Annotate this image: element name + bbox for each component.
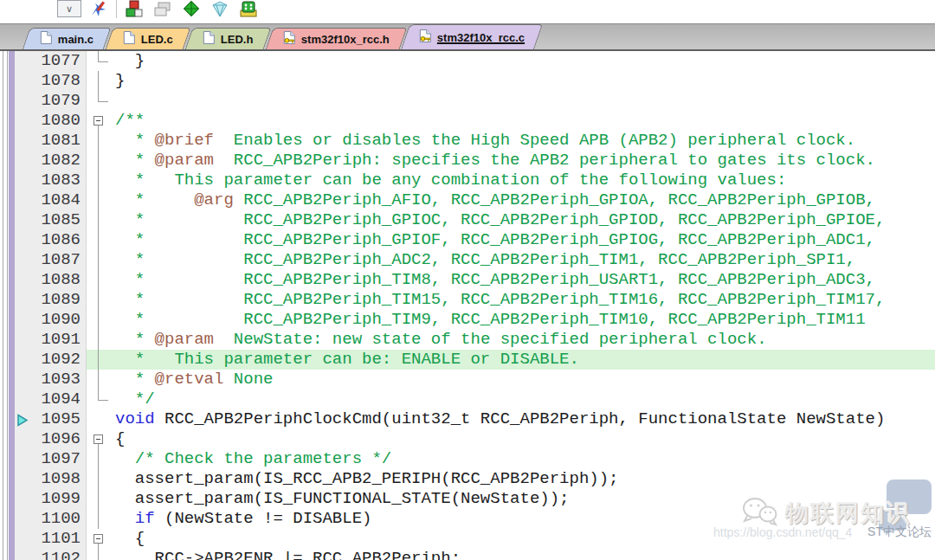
code-text[interactable]: /* Check the parameters */ xyxy=(115,449,935,469)
gem-funnel-icon[interactable] xyxy=(209,0,231,20)
code-line-1088: 1088 * RCC_APB2Periph_TIM8, RCC_APB2Peri… xyxy=(15,270,935,290)
fold-margin xyxy=(87,330,115,350)
code-text[interactable]: * @brief Enables or disables the High Sp… xyxy=(115,131,935,151)
tab-main.c[interactable]: main.c xyxy=(23,28,112,49)
line-number-text: 1093 xyxy=(41,370,81,389)
line-number: 1102 xyxy=(15,549,87,560)
code-text[interactable]: * This parameter can be any combination … xyxy=(115,171,935,190)
fold-margin xyxy=(87,370,115,389)
code-text[interactable]: assert_param(IS_FUNCTIONAL_STATE(NewStat… xyxy=(115,489,935,509)
fold-toggle-icon[interactable] xyxy=(94,434,103,444)
code-text[interactable]: */ xyxy=(115,389,935,409)
fold-margin xyxy=(87,230,115,250)
code-text[interactable]: /** xyxy=(115,111,935,131)
line-number-text: 1096 xyxy=(41,429,81,448)
tab-stm32f10x_rcc.c[interactable]: stm32f10x_rcc.c xyxy=(401,24,543,49)
line-number: 1097 xyxy=(15,449,87,469)
green-diamond-icon[interactable] xyxy=(180,0,203,20)
code-text[interactable]: void RCC_APB2PeriphClockCmd(uint32_t RCC… xyxy=(115,409,935,429)
code-text[interactable]: * @param RCC_APB2Periph: specifies the A… xyxy=(115,151,935,171)
line-number: 1077 xyxy=(15,51,87,71)
code-line-1089: 1089 * RCC_APB2Periph_TIM15, RCC_APB2Per… xyxy=(15,290,935,310)
code-line-1100: 1100 if (NewState != DISABLE) xyxy=(15,509,935,529)
code-line-1080: 1080/** xyxy=(15,111,935,131)
code-text[interactable]: { xyxy=(115,529,935,549)
tab-label: stm32f10x_rcc.c xyxy=(436,31,524,44)
code-text[interactable]: * This parameter can be: ENABLE or DISAB… xyxy=(115,350,935,370)
fold-margin xyxy=(87,469,115,489)
line-number-text: 1082 xyxy=(41,151,81,170)
code-text[interactable]: } xyxy=(115,51,935,71)
toolbar-separator xyxy=(116,0,117,18)
line-number: 1099 xyxy=(15,489,87,509)
line-number: 1084 xyxy=(15,190,87,210)
line-number-text: 1085 xyxy=(41,210,81,229)
code-line-1079: 1079 xyxy=(15,91,935,111)
line-number: 1086 xyxy=(15,230,87,250)
setup-wizard-icon[interactable] xyxy=(87,0,110,20)
code-text[interactable]: RCC->APB2ENR |= RCC_APB2Periph; xyxy=(115,549,935,560)
line-number-text: 1099 xyxy=(41,489,81,508)
code-line-1096: 1096{ xyxy=(15,429,935,449)
code-text[interactable]: * RCC_APB2Periph_ADC2, RCC_APB2Periph_TI… xyxy=(115,250,935,270)
code-text[interactable]: * @arg RCC_APB2Periph_AFIO, RCC_APB2Peri… xyxy=(115,190,935,210)
tab-label: stm32f10x_rcc.h xyxy=(300,33,389,46)
editor-left-rail xyxy=(0,51,9,560)
code-line-1099: 1099 assert_param(IS_FUNCTIONAL_STATE(Ne… xyxy=(15,489,935,509)
code-text[interactable]: * RCC_APB2Periph_GPIOC, RCC_APB2Periph_G… xyxy=(115,210,935,230)
code-text[interactable]: assert_param(IS_RCC_APB2_PERIPH(RCC_APB2… xyxy=(115,469,935,489)
tab-LED.h[interactable]: LED.h xyxy=(185,28,271,49)
code-text[interactable] xyxy=(115,91,935,111)
line-number-text: 1083 xyxy=(41,171,81,190)
flash-download-icon[interactable] xyxy=(123,0,145,20)
line-number: 1095 xyxy=(15,409,87,429)
fold-margin xyxy=(87,350,115,370)
line-number-text: 1097 xyxy=(41,449,81,468)
toolbar: ∨ xyxy=(0,0,935,23)
code-line-1095: 1095void RCC_APB2PeriphClockCmd(uint32_t… xyxy=(15,409,935,429)
code-line-1101: 1101 { xyxy=(15,529,935,549)
line-number: 1092 xyxy=(15,350,87,370)
code-text[interactable]: * @retval None xyxy=(115,370,935,389)
fold-margin xyxy=(87,131,115,151)
file-tab-bar: main.cLED.cLED.hstm32f10x_rcc.hstm32f10x… xyxy=(0,23,935,49)
fold-margin xyxy=(87,270,115,290)
code-line-1092: 1092 * This parameter can be: ENABLE or … xyxy=(15,350,935,370)
fold-toggle-icon[interactable] xyxy=(94,116,103,126)
tab-LED.c[interactable]: LED.c xyxy=(106,28,190,49)
code-line-1077: 1077 } xyxy=(15,51,935,71)
line-number-text: 1079 xyxy=(41,91,81,110)
code-text[interactable]: * @param NewState: new state of the spec… xyxy=(115,330,935,350)
line-number: 1080 xyxy=(15,111,87,131)
document-key-icon xyxy=(282,30,295,48)
windows-stack-icon[interactable] xyxy=(152,0,174,20)
code-line-1090: 1090 * RCC_APB2Periph_TIM9, RCC_APB2Peri… xyxy=(15,310,935,330)
code-text[interactable]: * RCC_APB2Periph_TIM9, RCC_APB2Periph_TI… xyxy=(115,310,935,330)
line-number-text: 1081 xyxy=(41,131,81,150)
line-number-text: 1098 xyxy=(41,469,81,488)
fold-toggle-icon[interactable] xyxy=(94,534,103,544)
code-line-1083: 1083 * This parameter can be any combina… xyxy=(15,171,935,190)
code-text[interactable]: } xyxy=(115,71,935,91)
code-line-1084: 1084 * @arg RCC_APB2Periph_AFIO, RCC_APB… xyxy=(15,190,935,210)
code-text[interactable]: if (NewState != DISABLE) xyxy=(115,509,935,529)
code-text[interactable]: { xyxy=(115,429,935,449)
dropdown-chevron-icon[interactable]: ∨ xyxy=(57,0,81,17)
tab-stm32f10x_rcc.h[interactable]: stm32f10x_rcc.h xyxy=(265,28,407,49)
line-number: 1100 xyxy=(15,509,87,529)
code-text[interactable]: * RCC_APB2Periph_GPIOF, RCC_APB2Periph_G… xyxy=(115,230,935,250)
code-line-1093: 1093 * @retval None xyxy=(15,370,935,389)
line-number: 1089 xyxy=(15,290,87,310)
code-text[interactable]: * RCC_APB2Periph_TIM8, RCC_APB2Periph_US… xyxy=(115,270,935,290)
component-box-icon[interactable] xyxy=(237,0,260,20)
line-number: 1096 xyxy=(15,429,87,449)
line-number: 1093 xyxy=(15,370,87,389)
document-icon xyxy=(40,30,53,48)
code-editor[interactable]: 1077 }1078}10791080/**1081 * @brief Enab… xyxy=(0,51,935,560)
line-number-text: 1077 xyxy=(41,51,81,70)
code-line-1098: 1098 assert_param(IS_RCC_APB2_PERIPH(RCC… xyxy=(15,469,935,489)
fold-margin xyxy=(87,91,115,111)
fold-margin xyxy=(87,389,115,409)
tab-label: LED.h xyxy=(221,33,254,46)
code-text[interactable]: * RCC_APB2Periph_TIM15, RCC_APB2Periph_T… xyxy=(115,290,935,310)
